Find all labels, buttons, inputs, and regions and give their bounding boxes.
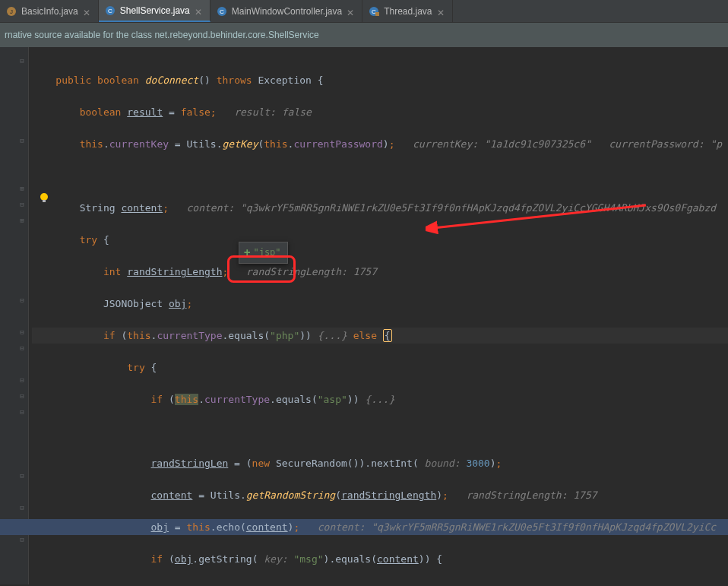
decompiled-banner: rnative source available for the class n… bbox=[0, 23, 728, 47]
fold-icon[interactable]: ⊟ bbox=[18, 376, 26, 384]
fold-icon[interactable]: ⊟ bbox=[18, 201, 26, 208]
close-icon[interactable]: ✕ bbox=[83, 8, 90, 15]
editor-area[interactable]: ⊟ ⊟ ⊞ ⊟ ⊞ ⊟ ⊟ ⊟ ⊟ ⊟ ⊟ ⊟ ⊟ ⊟ public boole… bbox=[0, 47, 728, 584]
java-file-icon: J bbox=[6, 6, 17, 17]
fold-icon[interactable]: ⊟ bbox=[18, 392, 26, 400]
fold-icon[interactable]: ⊟ bbox=[18, 137, 26, 144]
tab-mainwindow[interactable]: C MainWindowController.java ✕ bbox=[210, 0, 362, 22]
close-icon[interactable]: ✕ bbox=[437, 8, 445, 15]
fold-icon[interactable]: ⊟ bbox=[18, 344, 26, 352]
close-icon[interactable]: ✕ bbox=[347, 8, 354, 15]
plus-icon: + bbox=[244, 245, 250, 261]
svg-text:C: C bbox=[220, 8, 224, 15]
svg-rect-8 bbox=[375, 12, 379, 16]
fold-icon[interactable]: ⊟ bbox=[18, 504, 26, 512]
class-file-icon: C bbox=[217, 6, 227, 17]
fold-icon[interactable]: ⊟ bbox=[18, 408, 26, 416]
fold-icon[interactable]: ⊟ bbox=[18, 296, 26, 304]
tab-bar: J BasicInfo.java ✕ C ShellService.java ✕… bbox=[0, 0, 728, 23]
tab-label: BasicInfo.java bbox=[21, 6, 78, 17]
class-lock-icon: C bbox=[369, 6, 379, 17]
code-content[interactable]: public boolean doConnect() throws Except… bbox=[29, 47, 728, 584]
tab-label: MainWindowController.java bbox=[232, 6, 342, 17]
tab-thread[interactable]: C Thread.java ✕ bbox=[362, 0, 452, 22]
fold-icon[interactable]: ⊞ bbox=[18, 217, 26, 224]
tab-shellservice[interactable]: C ShellService.java ✕ bbox=[99, 0, 210, 22]
class-file-icon: C bbox=[105, 5, 116, 16]
tab-label: Thread.java bbox=[384, 6, 432, 17]
tooltip-text: "jsp" bbox=[253, 245, 280, 261]
close-icon[interactable]: ✕ bbox=[195, 7, 202, 14]
fold-icon[interactable]: ⊟ bbox=[18, 57, 26, 65]
svg-text:C: C bbox=[108, 8, 112, 14]
fold-icon[interactable]: ⊞ bbox=[18, 185, 26, 192]
expand-tooltip[interactable]: + "jsp" bbox=[239, 242, 288, 264]
fold-icon[interactable]: ⊟ bbox=[18, 536, 26, 543]
svg-text:J: J bbox=[10, 8, 13, 15]
gutter[interactable]: ⊟ ⊟ ⊞ ⊟ ⊞ ⊟ ⊟ ⊟ ⊟ ⊟ ⊟ ⊟ ⊟ ⊟ bbox=[0, 47, 29, 584]
fold-icon[interactable]: ⊟ bbox=[18, 328, 26, 336]
tab-basicinfo[interactable]: J BasicInfo.java ✕ bbox=[0, 0, 99, 22]
fold-icon[interactable]: ⊟ bbox=[18, 472, 26, 480]
tab-label: ShellService.java bbox=[120, 5, 190, 16]
